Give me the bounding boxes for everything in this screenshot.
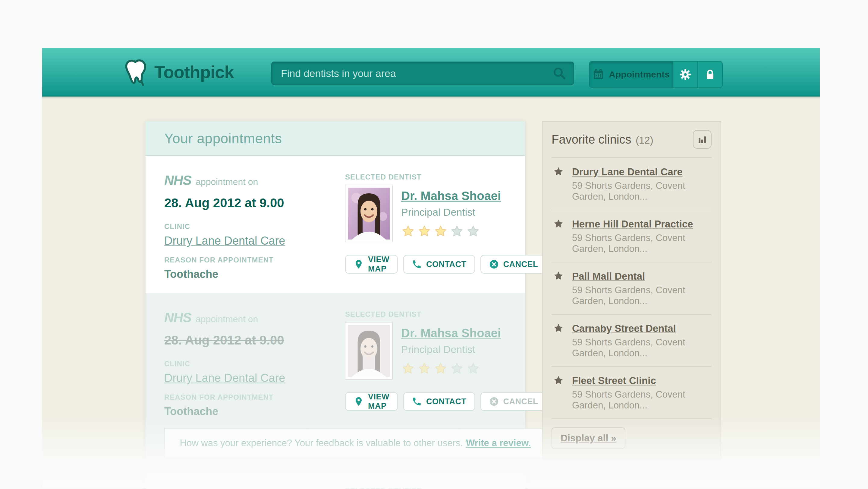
appointment-details: NHS appointment on 28. Aug 2012 at 9.00 … bbox=[164, 173, 345, 281]
lock-icon bbox=[704, 68, 716, 81]
clinic-address: 59 Shorts Gardens, Covent Garden, London… bbox=[572, 285, 710, 307]
appointments-label: Appointments bbox=[609, 69, 670, 80]
dentist-rating bbox=[401, 225, 501, 239]
reason-value: Toothache bbox=[164, 268, 345, 281]
appointments-panel: Your appointments NHS appointment on 28.… bbox=[146, 121, 525, 489]
star-icon bbox=[466, 362, 480, 376]
gear-icon bbox=[679, 68, 692, 81]
appointment-card-upcoming: NHS appointment on 28. Aug 2012 at 9.00 … bbox=[146, 156, 525, 293]
top-navbar: Toothpick 31 Appointments bbox=[42, 48, 820, 96]
dentist-role: Principal Dentist bbox=[401, 344, 501, 355]
clinic-label: CLINIC bbox=[164, 222, 345, 231]
star-icon bbox=[401, 225, 415, 239]
clinic-address: 59 Shorts Gardens, Covent Garden, London… bbox=[572, 337, 710, 359]
map-pin-icon bbox=[353, 259, 364, 269]
star-icon bbox=[450, 362, 464, 376]
clinic-name-link[interactable]: Pall Mall Dental bbox=[572, 270, 645, 282]
favorite-clinics-panel: Favorite clinics (12) Drury Lane Dental … bbox=[542, 121, 721, 459]
favorite-star-icon bbox=[553, 219, 564, 254]
reason-label: REASON FOR APPOINTMENT bbox=[164, 393, 345, 402]
appointment-date-struck: 28. Aug 2012 at 9.00 bbox=[164, 333, 284, 347]
nhs-badge: NHS bbox=[164, 487, 191, 489]
cancel-x-icon bbox=[489, 259, 499, 269]
star-icon bbox=[434, 225, 447, 239]
toothpick-app: Toothpick 31 Appointments bbox=[42, 48, 820, 489]
view-map-button[interactable]: VIEW MAP bbox=[345, 392, 398, 411]
clinic-name-link[interactable]: Herne Hill Dental Practice bbox=[572, 219, 693, 230]
dentist-photo bbox=[345, 322, 393, 379]
contact-button[interactable]: CONTACT bbox=[403, 392, 475, 411]
favorite-star-icon bbox=[553, 375, 564, 411]
favorite-star-icon bbox=[553, 270, 564, 307]
appointment-card-ghost: NHS appointment on 28. Aug 2012 at 9.00 … bbox=[146, 471, 525, 489]
divider bbox=[552, 419, 712, 419]
star-icon bbox=[401, 362, 415, 376]
appointment-date: 28. Aug 2012 at 9.00 bbox=[164, 196, 284, 210]
appointments-panel-header: Your appointments bbox=[146, 121, 525, 156]
page-content: Your appointments NHS appointment on 28.… bbox=[42, 96, 820, 488]
calendar-icon: 31 bbox=[592, 67, 604, 82]
clinic-list-item: Fleet Street Clinic 59 Shorts Gardens, C… bbox=[552, 366, 712, 419]
appointment-card-past: NHS appointment on 28. Aug 2012 at 9.00 … bbox=[146, 293, 525, 471]
cancel-button[interactable]: CANCEL bbox=[480, 255, 547, 274]
brand-name: Toothpick bbox=[154, 62, 234, 82]
view-map-button[interactable]: VIEW MAP bbox=[345, 255, 398, 274]
search-input[interactable] bbox=[272, 67, 553, 79]
clinic-name-link[interactable]: Fleet Street Clinic bbox=[572, 375, 656, 386]
selected-dentist-label: SELECTED DENTIST bbox=[345, 487, 506, 489]
dentist-section: SELECTED DENTIST bbox=[345, 310, 547, 418]
star-icon bbox=[417, 225, 431, 239]
panel-title: Your appointments bbox=[146, 130, 282, 147]
account-lock-button[interactable] bbox=[698, 61, 722, 87]
clinic-name-link[interactable]: Drury Lane Dental Care bbox=[572, 166, 683, 178]
bar-chart-icon bbox=[697, 134, 708, 145]
cancel-x-icon bbox=[489, 396, 499, 407]
write-review-link[interactable]: Write a review. bbox=[466, 438, 531, 449]
dentist-role: Principal Dentist bbox=[401, 206, 501, 218]
appointments-button[interactable]: 31 Appointments bbox=[590, 61, 673, 87]
clinic-address: 59 Shorts Gardens, Covent Garden, London… bbox=[572, 389, 710, 411]
reason-label: REASON FOR APPOINTMENT bbox=[164, 256, 345, 264]
cancel-button-disabled: CANCEL bbox=[480, 392, 547, 411]
dentist-name-link[interactable]: Dr. Mahsa Shoaei bbox=[401, 326, 501, 340]
star-icon bbox=[466, 225, 480, 239]
favorite-clinics-header: Favorite clinics (12) bbox=[552, 122, 712, 157]
display-all-button[interactable]: Display all » bbox=[552, 428, 625, 449]
clinic-link[interactable]: Drury Lane Dental Care bbox=[164, 372, 285, 384]
search-bar bbox=[271, 61, 574, 85]
phone-icon bbox=[412, 259, 422, 269]
clinic-address: 59 Shorts Gardens, Covent Garden, London… bbox=[572, 180, 710, 202]
clinic-name-link[interactable]: Carnaby Street Dental bbox=[572, 323, 676, 334]
clinic-address: 59 Shorts Gardens, Covent Garden, London… bbox=[572, 233, 710, 254]
feedback-bar: How was your experience? Your feedback i… bbox=[164, 428, 547, 458]
star-icon bbox=[434, 362, 447, 376]
stats-button[interactable] bbox=[693, 130, 712, 149]
favorite-clinics-title: Favorite clinics bbox=[552, 133, 631, 146]
nhs-badge: NHS bbox=[164, 310, 191, 325]
appointment-details: NHS appointment on 28. Aug 2012 at 9.00 … bbox=[164, 310, 345, 418]
phone-icon bbox=[412, 396, 422, 407]
nhs-badge: NHS bbox=[164, 173, 191, 188]
clinic-list-item: Pall Mall Dental 59 Shorts Gardens, Cove… bbox=[552, 262, 712, 314]
appointment-on-label: appointment on bbox=[195, 314, 258, 324]
appointment-on-label: appointment on bbox=[195, 177, 258, 187]
clinic-link[interactable]: Drury Lane Dental Care bbox=[164, 234, 285, 247]
dentist-photo bbox=[345, 185, 393, 242]
selected-dentist-label: SELECTED DENTIST bbox=[345, 173, 547, 181]
favorite-star-icon bbox=[553, 166, 564, 202]
brand-logo[interactable]: Toothpick bbox=[124, 57, 234, 87]
map-pin-icon bbox=[353, 396, 364, 407]
feedback-text: How was your experience? Your feedback i… bbox=[180, 438, 463, 449]
tooth-icon bbox=[123, 56, 152, 88]
favorite-clinics-count: (12) bbox=[636, 135, 653, 146]
dentist-section: SELECTED DENTIST bbox=[345, 173, 547, 281]
dentist-rating bbox=[401, 362, 501, 376]
contact-button[interactable]: CONTACT bbox=[403, 255, 475, 274]
header-button-group: 31 Appointments bbox=[589, 61, 723, 88]
settings-button[interactable] bbox=[673, 61, 698, 87]
favorite-star-icon bbox=[553, 323, 564, 359]
star-icon bbox=[450, 225, 464, 239]
search-icon bbox=[553, 66, 566, 80]
svg-text:31: 31 bbox=[596, 73, 601, 78]
dentist-name-link[interactable]: Dr. Mahsa Shoaei bbox=[401, 189, 501, 203]
